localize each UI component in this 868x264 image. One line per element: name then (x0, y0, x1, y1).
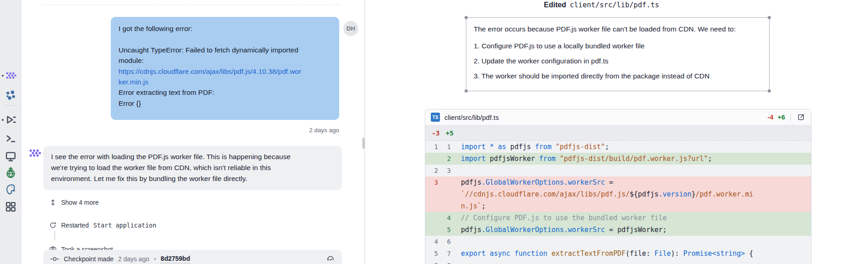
selection-handle (465, 89, 468, 93)
note-list-item: 3. The worker should be imported directl… (474, 71, 762, 82)
rollback-gauge-icon (326, 255, 335, 262)
line-number-old: 4 (425, 236, 438, 248)
restarted-workflow-name: Start application (93, 222, 156, 229)
edited-file-path: client/src/lib/pdf.ts (570, 1, 659, 9)
all-tools-icon[interactable] (5, 201, 16, 212)
checkpoint-separator: • (154, 255, 156, 263)
line-number-new: 2 (438, 153, 451, 165)
line-number-new (438, 176, 451, 212)
rollback-button[interactable] (326, 255, 335, 264)
agent-avatar-icon (28, 149, 41, 161)
tool-sidebar (0, 0, 21, 264)
deploy-icon[interactable] (5, 167, 16, 178)
code-text (451, 236, 461, 248)
line-number-old (425, 224, 438, 236)
commit-icon (50, 255, 59, 263)
checkpoint-label: Checkpoint made (64, 255, 114, 263)
open-file-button[interactable] (796, 113, 806, 122)
diff-line: 68 (425, 259, 811, 264)
line-number-new: 3 (438, 165, 451, 176)
chat-scrollbar-thumb[interactable] (362, 138, 365, 149)
header-divider (790, 113, 791, 121)
diff-card: TS client/src/lib/pdf.ts -4 +6 -3 +5 11i… (425, 109, 811, 264)
agent-note-box: The error occurs because PDF.js worker f… (466, 17, 770, 91)
restart-icon (49, 222, 57, 229)
note-list-item: 1. Configure PDF.js to use a locally bun… (474, 41, 762, 52)
diff-filename[interactable]: client/src/lib/pdf.ts (444, 114, 499, 121)
diff-line: 2import pdfjsWorker from "pdfjs-dist/bui… (425, 153, 811, 165)
typescript-file-icon: TS (431, 113, 440, 122)
replit-workspace: I got the following error: Uncaught Type… (0, 0, 868, 264)
error-url-link[interactable]: https://cdnjs.cloudflare.com/ajax/libs/p… (119, 67, 301, 86)
diff-line: 57export async function extractTextFromP… (425, 248, 811, 259)
diff-line: 5pdfjs.GlobalWorkerOptions.workerSrc = p… (425, 224, 811, 236)
checkpoint-time: 2 days ago (118, 255, 150, 263)
sidebar-divider (4, 105, 17, 106)
user-avatar: DH (343, 21, 358, 36)
code-text: pdfjs.GlobalWorkerOptions.workerSrc = pd… (451, 224, 667, 236)
open-in-editor-icon (796, 113, 806, 122)
edited-label: Edited (544, 1, 566, 9)
line-number-old (425, 212, 438, 224)
line-number-new: 5 (438, 224, 451, 236)
edit-summary-title: Edited client/src/lib/pdf.ts (544, 1, 659, 9)
shell-icon[interactable] (5, 133, 16, 144)
selection-handle (768, 16, 771, 19)
note-list-item: 2. Update the worker configuration in pd… (474, 56, 762, 67)
diff-line: 3pdfjs.GlobalWorkerOptions.workerSrc = `… (425, 176, 811, 212)
agent-unread-dot (2, 75, 4, 77)
diff-line: 46 (425, 236, 811, 248)
checkpoint-hash[interactable]: 8d2759bd (160, 255, 190, 264)
code-text: export async function extractTextFromPDF… (451, 248, 753, 259)
user-message-text: I got the following error: Uncaught Type… (119, 25, 298, 64)
timeline-connector (54, 231, 55, 240)
line-number-new: 6 (438, 236, 451, 248)
note-intro: The error occurs because PDF.js worker f… (474, 24, 762, 35)
selection-handle (465, 16, 468, 19)
diff-line: 11import * as pdfjs from "pdfjs-dist"; (425, 141, 811, 153)
previous-message-dashed-edge (43, 5, 340, 5)
console-icon[interactable] (5, 150, 16, 162)
user-message-text-after: Error extracting text from PDF: Error {} (119, 88, 214, 107)
agent-icon[interactable] (5, 70, 16, 81)
line-number-new: 7 (438, 248, 451, 259)
postgres-icon[interactable] (5, 184, 16, 195)
diff-line: 23 (425, 165, 811, 176)
hunk-stats-row: -3 +5 (425, 125, 811, 141)
message-timestamp: 2 days ago (111, 127, 339, 134)
assistant-icon[interactable] (5, 90, 16, 101)
line-number-new: 4 (438, 212, 451, 224)
line-number-old: 3 (425, 176, 438, 212)
workflows-dot (2, 119, 4, 121)
code-text (451, 259, 461, 264)
code-text: import * as pdfjs from "pdfjs-dist"; (451, 141, 609, 153)
hunk-removed-count: -3 (432, 129, 439, 137)
restarted-workflow-row[interactable]: Restarted Start application (49, 220, 156, 230)
diff-card-header: TS client/src/lib/pdf.ts -4 +6 (425, 109, 811, 125)
code-text: // Configure PDF.js to use the bundled w… (451, 212, 667, 224)
restarted-label: Restarted (61, 222, 89, 229)
show-more-label: Show 4 more (61, 199, 98, 206)
line-number-old (425, 153, 438, 165)
line-number-new: 8 (438, 259, 451, 264)
selection-handle (768, 89, 771, 93)
lines-added-count: +6 (777, 114, 785, 121)
line-number-old: 2 (425, 165, 438, 176)
line-number-new: 1 (438, 141, 451, 153)
lines-removed-count: -4 (768, 114, 774, 121)
show-more-button[interactable]: Show 4 more (49, 197, 98, 207)
workflows-icon[interactable] (5, 114, 16, 125)
line-number-old: 6 (425, 259, 438, 264)
code-text: pdfjs.GlobalWorkerOptions.workerSrc = `/… (451, 176, 753, 212)
diff-line: 4// Configure PDF.js to use the bundled … (425, 212, 811, 224)
checkpoint-bar: Checkpoint made 2 days ago • 8d2759bd (43, 250, 342, 264)
code-text: import pdfjsWorker from "pdfjs-dist/buil… (451, 153, 712, 165)
code-text (451, 165, 461, 176)
agent-message-bubble: I see the error with loading the PDF.js … (43, 146, 342, 190)
panel-divider (364, 0, 365, 264)
hunk-added-count: +5 (445, 129, 453, 137)
expand-vertical-icon (49, 199, 57, 206)
line-number-old: 1 (425, 141, 438, 153)
diff-code-lines: 11import * as pdfjs from "pdfjs-dist";2i… (425, 141, 811, 264)
line-number-old: 5 (425, 248, 438, 259)
